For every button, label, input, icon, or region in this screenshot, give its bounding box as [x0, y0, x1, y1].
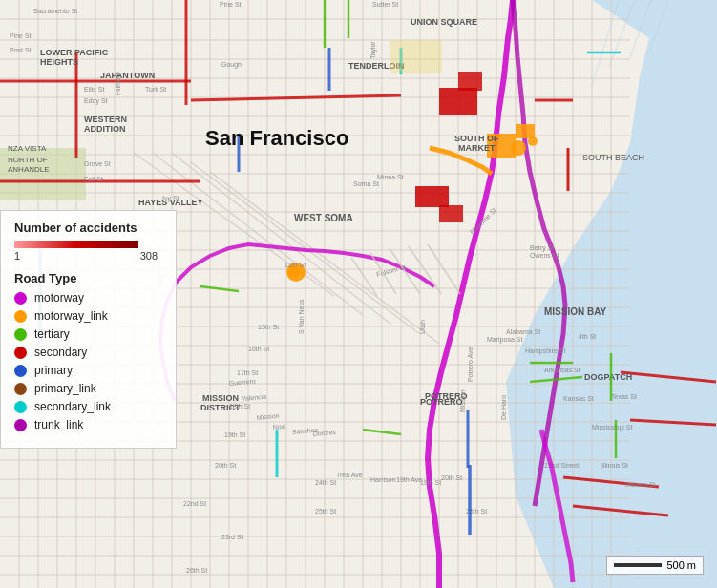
road-type-section: Road Type motorway motorway_link tertiar… [14, 271, 162, 431]
svg-text:SOUTH OF: SOUTH OF [454, 134, 499, 143]
svg-text:Berry St: Berry St [530, 244, 554, 252]
svg-rect-183 [390, 40, 442, 74]
svg-text:19th Ave: 19th Ave [396, 476, 422, 483]
svg-text:Grove St: Grove St [84, 160, 111, 167]
svg-text:Texas St: Texas St [611, 393, 637, 400]
svg-text:WESTERN: WESTERN [84, 115, 127, 124]
svg-text:19th St: 19th St [224, 431, 245, 438]
trunk-link-label: trunk_link [34, 418, 83, 431]
legend-item-primary-link: primary_link [14, 382, 162, 395]
svg-text:Mariposa St: Mariposa St [487, 336, 522, 344]
svg-line-157 [592, 0, 619, 86]
svg-text:NORTH OF: NORTH OF [8, 156, 48, 164]
secondary-link-color-dot [14, 401, 27, 413]
svg-text:Utah: Utah [419, 320, 426, 334]
svg-text:LOWER PACIFIC: LOWER PACIFIC [40, 48, 109, 57]
svg-text:17th St: 17th St [237, 369, 258, 376]
svg-text:24th St: 24th St [315, 479, 336, 486]
scale-bar: 500 m [606, 556, 704, 575]
primary-color-dot [14, 365, 27, 377]
legend-item-trunk-link: trunk_link [14, 418, 162, 431]
svg-text:20th St: 20th St [441, 474, 462, 481]
svg-text:De Haro: De Haro [500, 395, 507, 420]
svg-text:Potrero Ave: Potrero Ave [467, 346, 474, 382]
svg-text:Soma St: Soma St [353, 180, 379, 187]
svg-text:Noe: Noe [272, 423, 285, 430]
svg-text:Gough: Gough [221, 61, 242, 69]
secondary-label: secondary [34, 346, 87, 359]
svg-text:S Van Ness: S Van Ness [298, 299, 305, 334]
svg-text:Turk St: Turk St [145, 86, 166, 93]
svg-text:Pine St: Pine St [220, 1, 242, 8]
svg-text:4th St: 4th St [579, 333, 596, 340]
svg-text:15th St: 15th St [258, 324, 279, 330]
accidents-min: 1 [14, 250, 20, 262]
svg-text:NZA VISTA: NZA VISTA [8, 144, 47, 153]
svg-text:Fell St: Fell St [84, 176, 103, 182]
svg-line-188 [409, 246, 441, 294]
svg-text:Sacramento St: Sacramento St [33, 8, 77, 14]
tertiary-label: tertiary [34, 327, 70, 341]
map-container: LOWER PACIFIC HEIGHTS JAPANTOWN WESTERN … [0, 0, 717, 588]
svg-text:Sutter St: Sutter St [372, 1, 398, 8]
secondary-color-dot [14, 346, 27, 359]
svg-text:MISSION: MISSION [202, 393, 239, 403]
svg-text:23rd St: 23rd St [221, 534, 243, 540]
svg-text:MARKET: MARKET [458, 143, 496, 153]
scale-line [614, 563, 662, 567]
svg-text:20th St: 20th St [215, 462, 236, 469]
svg-point-195 [511, 140, 526, 156]
legend-item-secondary-link: secondary_link [14, 400, 162, 413]
svg-text:12th St: 12th St [285, 262, 306, 268]
svg-text:Eddy St: Eddy St [84, 97, 108, 105]
svg-text:Kansas St: Kansas St [563, 395, 594, 402]
motorway-color-dot [14, 292, 27, 304]
svg-text:Trea Ave: Trea Ave [336, 472, 363, 478]
svg-text:Valencia: Valencia [241, 393, 266, 402]
svg-text:19th St: 19th St [420, 479, 441, 486]
svg-text:DOGPATCH: DOGPATCH [584, 372, 632, 382]
svg-text:UNION SQUARE: UNION SQUARE [411, 17, 477, 27]
legend-panel: Number of accidents 1 308 Road Type moto… [0, 210, 177, 449]
svg-text:Alabama St: Alabama St [506, 328, 540, 335]
svg-text:HEIGHTS: HEIGHTS [40, 57, 78, 67]
svg-text:Post St: Post St [10, 47, 32, 53]
road-type-title: Road Type [14, 271, 162, 285]
motorway-label: motorway [34, 291, 84, 304]
svg-text:POTRERO: POTRERO [420, 397, 463, 407]
motorway-link-label: motorway_link [34, 309, 108, 323]
svg-text:25th St: 25th St [315, 508, 336, 514]
svg-text:Ellis St: Ellis St [84, 86, 104, 93]
svg-text:18th St: 18th St [229, 403, 250, 410]
accidents-max: 308 [140, 250, 158, 262]
motorway-link-color-dot [14, 310, 27, 323]
svg-text:Harrison: Harrison [370, 476, 396, 483]
svg-text:San Francisco: San Francisco [205, 126, 348, 150]
legend-item-tertiary: tertiary [14, 327, 162, 341]
svg-line-64 [153, 153, 363, 315]
svg-rect-80 [415, 186, 449, 207]
svg-text:Mississippi St: Mississippi St [592, 424, 632, 431]
svg-rect-81 [439, 205, 463, 222]
legend-item-motorway: motorway [14, 291, 162, 304]
svg-text:Ivy St: Ivy St [162, 195, 179, 202]
svg-rect-72 [516, 124, 535, 138]
scale-label: 500 m [666, 559, 696, 571]
svg-text:WEST SOMA: WEST SOMA [294, 213, 353, 223]
svg-text:Taylor: Taylor [369, 41, 377, 59]
svg-text:ANHANDLE: ANHANDLE [8, 165, 50, 174]
secondary-link-label: secondary_link [34, 400, 111, 413]
primary-link-label: primary_link [34, 382, 96, 395]
svg-text:MISSION BAY: MISSION BAY [544, 306, 607, 317]
svg-text:Hampshire St: Hampshire St [525, 347, 565, 355]
primary-label: primary [34, 364, 73, 377]
svg-rect-79 [458, 72, 482, 91]
legend-item-secondary: secondary [14, 346, 162, 359]
svg-line-185 [351, 258, 377, 296]
primary-link-color-dot [14, 383, 27, 395]
svg-line-65 [172, 153, 391, 325]
svg-text:Mission: Mission [256, 412, 279, 421]
svg-text:Illinois St: Illinois St [601, 462, 628, 469]
svg-text:Dolores: Dolores [312, 429, 336, 437]
legend-item-primary: primary [14, 364, 162, 377]
